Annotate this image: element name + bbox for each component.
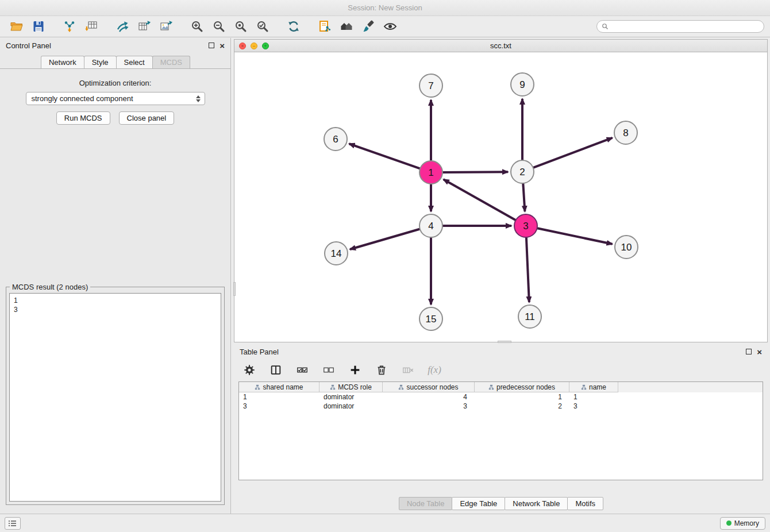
- graph-edge-3-11[interactable]: [526, 236, 529, 302]
- graph-edge-4-14[interactable]: [350, 229, 421, 249]
- zoom-in-button[interactable]: [188, 18, 206, 35]
- graph-node-3[interactable]: 3: [514, 214, 537, 237]
- table-tab-edge-table[interactable]: Edge Table: [452, 497, 505, 510]
- close-window-icon[interactable]: ×: [239, 43, 246, 49]
- graph-edge-2-8[interactable]: [532, 138, 613, 168]
- import-table-button[interactable]: [83, 18, 100, 35]
- search-input[interactable]: [611, 22, 759, 30]
- table-header-row: shared nameMCDS rolesuccessor nodesprede…: [239, 382, 763, 392]
- column-header-name[interactable]: name: [569, 382, 618, 392]
- table-cell[interactable]: 1: [239, 392, 319, 402]
- graph-node-7[interactable]: 7: [419, 74, 442, 97]
- memory-status-icon: [726, 521, 732, 526]
- save-session-button[interactable]: [30, 18, 47, 35]
- column-header-MCDS-role[interactable]: MCDS role: [319, 382, 383, 392]
- graph-node-9[interactable]: 9: [511, 73, 534, 96]
- table-tab-network-table[interactable]: Network Table: [505, 497, 568, 510]
- criterion-select[interactable]: strongly connected component: [26, 92, 205, 105]
- table-settings-button[interactable]: [242, 363, 257, 377]
- main-toolbar: [0, 16, 770, 37]
- table-cell[interactable]: 1: [475, 392, 569, 402]
- delete-column-button[interactable]: [374, 363, 389, 377]
- graph-node-10[interactable]: 10: [615, 236, 638, 259]
- main-area: Control Panel × NetworkStyleSelectMCDS O…: [0, 38, 770, 514]
- import-table-icon: [84, 20, 98, 33]
- trash-icon: [375, 364, 388, 376]
- table-row[interactable]: 3dominator323: [239, 402, 763, 411]
- float-panel-icon[interactable]: [209, 43, 214, 48]
- table-cell[interactable]: 2: [475, 402, 569, 411]
- result-line: 3: [14, 305, 217, 314]
- splitter-handle[interactable]: [498, 341, 511, 343]
- graph-node-8[interactable]: 8: [614, 121, 637, 144]
- maximize-window-icon[interactable]: +: [262, 43, 269, 49]
- table-cell[interactable]: dominator: [319, 392, 383, 402]
- graph-node-15[interactable]: 15: [419, 307, 442, 330]
- splitter-handle[interactable]: [233, 282, 236, 296]
- add-column-button[interactable]: [348, 363, 363, 377]
- zoom-selected-button[interactable]: [254, 18, 271, 35]
- select-all-button[interactable]: [295, 363, 310, 377]
- table-cell[interactable]: 4: [383, 392, 475, 402]
- zoom-out-button[interactable]: [210, 18, 228, 35]
- select-stepper-icon: [196, 95, 201, 102]
- graph-edge-1-2[interactable]: [441, 172, 508, 172]
- open-session-button[interactable]: [8, 18, 25, 35]
- table-tab-node-table[interactable]: Node Table: [399, 497, 453, 510]
- close-panel-icon[interactable]: ×: [757, 348, 762, 356]
- eye-icon: [383, 20, 397, 33]
- zoom-fit-button[interactable]: [232, 18, 249, 35]
- table-cell[interactable]: 3: [239, 402, 319, 411]
- export-network-icon: [116, 20, 129, 33]
- table-tab-motifs[interactable]: Motifs: [567, 497, 603, 510]
- table-row[interactable]: 1dominator411: [239, 392, 763, 402]
- fx-icon: f(x): [428, 364, 441, 376]
- deselect-all-button[interactable]: [321, 363, 336, 377]
- tab-style[interactable]: Style: [84, 56, 117, 68]
- close-panel-icon[interactable]: ×: [220, 41, 225, 50]
- deselect-all-icon: [322, 364, 335, 376]
- show-columns-button[interactable]: [268, 363, 283, 377]
- memory-button[interactable]: Memory: [720, 517, 765, 530]
- close-panel-button[interactable]: Close panel: [119, 111, 175, 125]
- tab-network[interactable]: Network: [41, 56, 84, 68]
- show-hide-button[interactable]: [382, 18, 399, 35]
- graph-node-1[interactable]: 1: [419, 161, 442, 184]
- run-mcds-button[interactable]: Run MCDS: [56, 111, 110, 125]
- tab-select[interactable]: Select: [116, 56, 153, 68]
- graph-node-4[interactable]: 4: [419, 214, 442, 237]
- graph-edge-3-1[interactable]: [444, 179, 517, 221]
- graph-node-11[interactable]: 11: [518, 305, 541, 328]
- import-network-button[interactable]: [61, 18, 78, 35]
- tab-mcds[interactable]: MCDS: [152, 56, 190, 68]
- search-field[interactable]: [596, 20, 764, 33]
- graph-edge-3-10[interactable]: [536, 228, 613, 244]
- export-network-button[interactable]: [114, 18, 131, 35]
- column-header-predecessor-nodes[interactable]: predecessor nodes: [475, 382, 569, 392]
- home-button[interactable]: [338, 18, 355, 35]
- refresh-layout-button[interactable]: [285, 18, 302, 35]
- graph-edge-1-6[interactable]: [349, 144, 421, 169]
- column-header-shared-name[interactable]: shared name: [239, 382, 319, 392]
- export-image-button[interactable]: [157, 18, 175, 35]
- column-header-successor-nodes[interactable]: successor nodes: [383, 382, 475, 392]
- graph-edge-2-3[interactable]: [523, 182, 525, 211]
- svg-text:10: 10: [621, 242, 632, 253]
- graph-node-2[interactable]: 2: [511, 160, 534, 183]
- mcds-result-text[interactable]: 13: [9, 293, 221, 502]
- graph-node-14[interactable]: 14: [325, 242, 348, 265]
- minimize-window-icon[interactable]: −: [251, 43, 257, 49]
- table-cell[interactable]: dominator: [319, 402, 383, 411]
- table-cell[interactable]: 3: [569, 402, 618, 411]
- document-network-button[interactable]: [316, 18, 333, 35]
- style-button[interactable]: [360, 18, 377, 35]
- graph-node-6[interactable]: 6: [324, 128, 347, 151]
- network-canvas[interactable]: 7968124314101511: [234, 52, 768, 342]
- table-cell[interactable]: 3: [383, 402, 475, 411]
- table-cell[interactable]: 1: [569, 392, 618, 402]
- sort-icon: [330, 384, 336, 390]
- control-panel-title: Control Panel: [6, 41, 51, 50]
- float-panel-icon[interactable]: [746, 349, 752, 354]
- export-table-button[interactable]: [136, 18, 153, 35]
- task-history-button[interactable]: [5, 517, 21, 530]
